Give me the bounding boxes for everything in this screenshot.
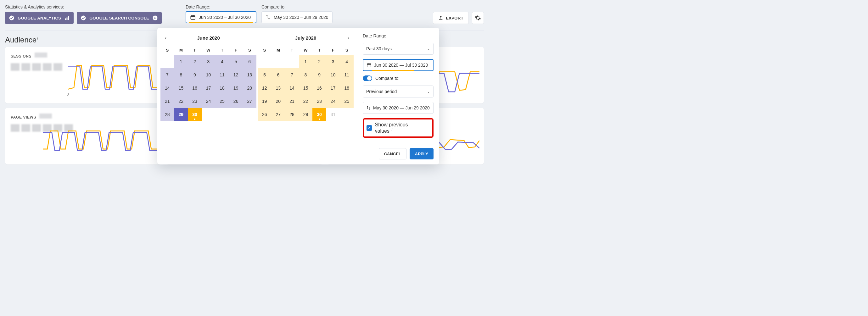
calendar-day[interactable]: 3 (326, 55, 340, 68)
calendar-day[interactable]: 5 (258, 68, 272, 82)
calendar-day[interactable]: 2 (188, 55, 202, 68)
range-preset-select[interactable]: Past 30 days ⌄ (363, 43, 434, 55)
svg-rect-13 (367, 64, 371, 64)
calendar-day[interactable]: 21 (160, 95, 174, 108)
calendar-day[interactable]: 2 (312, 55, 326, 68)
check-circle-icon (9, 15, 14, 21)
calendar-day[interactable]: 16 (188, 82, 202, 95)
compare-toggle[interactable] (363, 75, 372, 81)
calendar-day[interactable]: 11 (340, 68, 353, 82)
calendar-day[interactable]: 22 (174, 95, 188, 108)
calendar-day[interactable]: 29 (174, 108, 188, 121)
calendar-day[interactable]: 9 (312, 68, 326, 82)
export-button[interactable]: EXPORT (433, 12, 469, 24)
calendar-day[interactable]: 28 (160, 108, 174, 121)
svg-text:G: G (154, 16, 156, 20)
compare-field[interactable]: May 30 2020 – Jun 29 2020 (261, 11, 333, 23)
chevron-down-icon: ⌄ (427, 89, 430, 94)
calendar-day[interactable]: 19 (229, 82, 243, 95)
dow: W (202, 45, 216, 55)
calendar-day[interactable]: 24 (202, 95, 216, 108)
calendar-day (215, 108, 229, 121)
calendar-day[interactable]: 25 (340, 95, 353, 108)
apply-button[interactable]: APPLY (410, 148, 434, 159)
card-title: PAGE VIEWS (11, 115, 36, 120)
calendar-day[interactable]: 8 (174, 68, 188, 82)
services-block: Statistics & Analytics services: GOOGLE … (5, 4, 162, 24)
calendar-day[interactable]: 25 (215, 95, 229, 108)
calendar-day[interactable]: 13 (243, 68, 256, 82)
svg-rect-1 (65, 19, 66, 20)
calendar-day[interactable]: 14 (285, 82, 299, 95)
calendar-day[interactable]: 12 (229, 68, 243, 82)
compare-date-field[interactable]: May 30 2020 — Jun 29 2020 (363, 102, 434, 114)
compare-toggle-row: Compare to: (363, 75, 434, 81)
calendar-day[interactable]: 29 (299, 108, 313, 121)
calendar-day[interactable]: 24 (326, 95, 340, 108)
calendar-day[interactable]: 26 (229, 95, 243, 108)
calendar-day[interactable]: 27 (272, 108, 285, 121)
settings-button[interactable] (472, 12, 484, 24)
calendar-day[interactable]: 11 (215, 68, 229, 82)
july-day-grid: 1234567891011121314151617181920212223242… (258, 55, 353, 121)
calendar-day[interactable]: 9 (188, 68, 202, 82)
calendar-day[interactable]: 18 (340, 82, 353, 95)
export-label: EXPORT (446, 16, 463, 21)
calendar-day[interactable]: 4 (215, 55, 229, 68)
cancel-button[interactable]: CANCEL (379, 148, 406, 159)
date-range-field[interactable]: Jun 30 2020 – Jul 30 2020 (186, 11, 256, 23)
calendar-day[interactable]: 26 (258, 108, 272, 121)
calendar-day[interactable]: 14 (160, 82, 174, 95)
show-previous-checkbox[interactable]: ✓ (367, 125, 372, 131)
range-date-field[interactable]: Jun 30 2020 — Jul 30 2020 (363, 59, 434, 71)
calendar-day[interactable]: 22 (299, 95, 313, 108)
calendar-day[interactable]: 1 (299, 55, 313, 68)
calendar-day[interactable]: 28 (285, 108, 299, 121)
calendar-day[interactable]: 4 (340, 55, 353, 68)
calendar-day[interactable]: 10 (326, 68, 340, 82)
chip-google-search-console[interactable]: GOOGLE SEARCH CONSOLE G (77, 12, 162, 24)
calendar-day[interactable]: 3 (202, 55, 216, 68)
svg-rect-3 (68, 16, 69, 20)
calendar-day[interactable]: 13 (272, 82, 285, 95)
calendar-day[interactable]: 12 (258, 82, 272, 95)
google-g-icon: G (152, 15, 158, 21)
calendar-day[interactable]: 15 (174, 82, 188, 95)
card-sessions: SESSIONS 0 (5, 47, 162, 103)
calendar-day[interactable]: 8 (299, 68, 313, 82)
calendar-day[interactable]: 7 (160, 68, 174, 82)
calendar-day[interactable]: 27 (243, 95, 256, 108)
swap-icon (266, 15, 271, 20)
calendar-day[interactable]: 6 (243, 55, 256, 68)
calendar-day[interactable]: 20 (243, 82, 256, 95)
calendar-day[interactable]: 19 (258, 95, 272, 108)
calendar-day[interactable]: 17 (202, 82, 216, 95)
card-title: SESSIONS (11, 54, 31, 59)
calendar-day[interactable]: 16 (312, 82, 326, 95)
calendar-day[interactable]: 31 (326, 108, 340, 121)
calendar-day[interactable]: 21 (285, 95, 299, 108)
calendar-day[interactable]: 23 (188, 95, 202, 108)
calendar-day[interactable]: 30 (188, 108, 202, 121)
next-month-button[interactable]: › (345, 34, 352, 42)
calendar-day[interactable]: 18 (215, 82, 229, 95)
calendar-day[interactable]: 15 (299, 82, 313, 95)
calendar-day (340, 108, 353, 121)
calendar-day[interactable]: 6 (272, 68, 285, 82)
calendar-day[interactable]: 23 (312, 95, 326, 108)
prev-month-button[interactable]: ‹ (162, 34, 169, 42)
calendar-day[interactable]: 1 (174, 55, 188, 68)
calendar-day[interactable]: 5 (229, 55, 243, 68)
calendar-icon (190, 14, 196, 20)
calendar-day (285, 55, 299, 68)
cancel-label: CANCEL (384, 152, 401, 156)
calendar-day[interactable]: 17 (326, 82, 340, 95)
chip-google-analytics[interactable]: GOOGLE ANALYTICS (5, 12, 73, 24)
date-range-group: Date Range: Jun 30 2020 – Jul 30 2020 (186, 4, 256, 23)
calendar-day[interactable]: 10 (202, 68, 216, 82)
calendar-day[interactable]: 20 (272, 95, 285, 108)
services-label: Statistics & Analytics services: (5, 4, 162, 9)
compare-preset-select[interactable]: Previous period ⌄ (363, 86, 434, 97)
calendar-day[interactable]: 30 (312, 108, 326, 121)
calendar-day[interactable]: 7 (285, 68, 299, 82)
